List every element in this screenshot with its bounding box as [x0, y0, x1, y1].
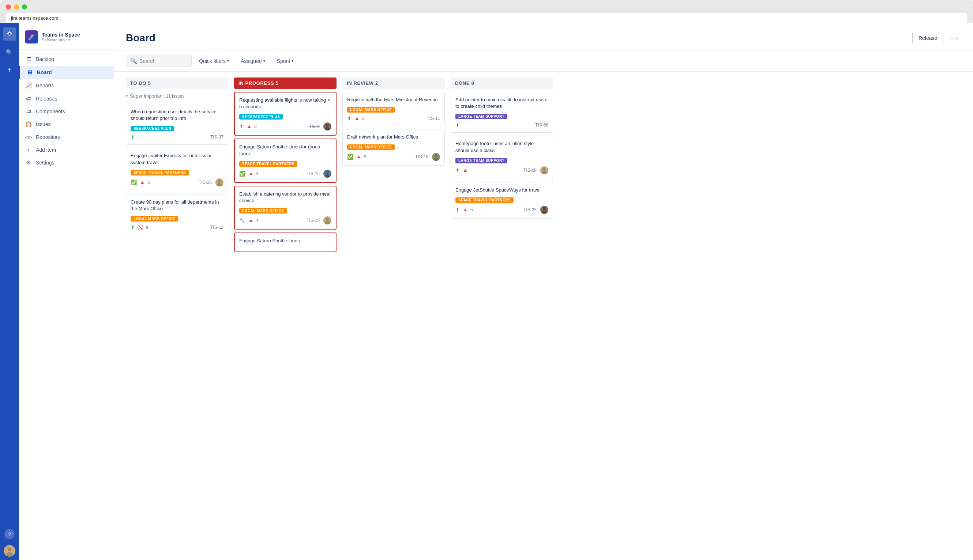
card-ir-2[interactable]: Draft network plan for Mars Office LOCAL…	[343, 129, 445, 166]
card-title: Establish a catering vendor to provide m…	[239, 191, 331, 204]
card-tag: SPACE TRAVEL PARTNERS	[130, 170, 189, 175]
upgrade-icon: ⬆	[455, 207, 460, 213]
svg-point-7	[326, 124, 329, 127]
card-footer: ✅ 🔺 3 TIS-15	[347, 153, 440, 161]
more-options-button[interactable]: ···	[947, 33, 961, 44]
card-footer: ⬆ 🔺 5 TIS-23	[455, 206, 548, 214]
quick-filters-button[interactable]: Quick filters ▾	[195, 56, 233, 66]
repository-icon: </>	[25, 135, 32, 140]
assignee-filter-button[interactable]: Assignee ▾	[236, 56, 269, 66]
sidebar-item-backlog[interactable]: ☰ Backlog	[19, 53, 114, 66]
column-header-in-progress: IN PROGRESS 5	[234, 77, 336, 89]
card-done-3[interactable]: Engage JetShuttle SpaceWays for travel S…	[451, 182, 553, 218]
group-label: Super important	[130, 93, 164, 99]
card-ir-1[interactable]: Register with the Mars Ministry of Reven…	[343, 92, 445, 126]
address-bar[interactable]: jira.teamsinspace.com	[6, 13, 967, 23]
card-id: TIS-11	[427, 116, 440, 121]
svg-point-13	[326, 218, 329, 221]
card-ip-3[interactable]: Establish a catering vendor to provide m…	[234, 186, 336, 230]
card-todo-3[interactable]: Create 90 day plans for all departments …	[126, 194, 228, 235]
group-chevron-icon: ▾	[126, 94, 128, 98]
story-points: 3	[362, 116, 365, 121]
card-tag: SPACE TRAVEL PARTNERS	[455, 197, 513, 203]
column-done: DONE 8 Add pointer to main css file to i…	[451, 77, 553, 555]
story-points: 9	[145, 225, 148, 230]
card-tag: SEESPACEEZ PLUS	[239, 114, 283, 120]
close-button[interactable]	[6, 4, 11, 10]
card-title: Homepage footer uses an inline style - s…	[455, 140, 548, 153]
sidebar-item-label: Repository	[36, 134, 60, 140]
card-footer: ⬆ 🔺 TIS-68	[455, 166, 548, 174]
upgrade-icon: ⬆	[347, 115, 351, 122]
user-avatar[interactable]	[4, 545, 15, 557]
help-icon[interactable]: ?	[4, 529, 15, 539]
sidebar-item-releases[interactable]: 🏷 Releases	[19, 92, 114, 105]
card-title: When requesting user details the service…	[130, 108, 224, 122]
upgrade-icon: ⬆	[455, 122, 460, 128]
assignee-label: Assignee	[241, 58, 262, 64]
sidebar-item-add-item[interactable]: + Add item	[19, 143, 114, 156]
filter-bar: 🔍 Quick filters ▾ Assignee ▾ Sprint ▾	[114, 50, 973, 72]
wrench-icon: 🔧	[239, 217, 246, 223]
card-done-1[interactable]: Add pointer to main css file to instruct…	[451, 92, 553, 133]
group-header[interactable]: ▾ Super important 11 issues	[126, 92, 228, 100]
card-ip-4[interactable]: Engage Saturn Shuttle Lines	[234, 232, 336, 252]
card-done-2[interactable]: Homepage footer uses an inline style - s…	[451, 136, 553, 179]
sidebar-item-components[interactable]: 🗂 Components	[19, 105, 114, 118]
card-todo-1[interactable]: When requesting user details the service…	[126, 104, 228, 145]
sidebar-item-repository[interactable]: </> Repository	[19, 131, 114, 143]
browser-traffic-lights	[6, 4, 967, 10]
column-header-done: DONE 8	[451, 77, 553, 89]
card-todo-2[interactable]: Engage Jupiter Express for outer solar s…	[126, 148, 228, 191]
card-ip-1[interactable]: Requesting available flights is now taki…	[234, 92, 336, 136]
priority-icon: 🔺	[356, 154, 362, 160]
jira-logo[interactable]	[3, 27, 16, 40]
project-avatar: 🚀	[25, 30, 38, 43]
releases-icon: 🏷	[25, 95, 32, 102]
sidebar-item-board[interactable]: ⊞ Board	[19, 66, 114, 79]
card-title: Register with the Mars Ministry of Reven…	[347, 97, 440, 103]
chevron-down-icon: ▾	[291, 59, 293, 63]
sidebar-item-settings[interactable]: ⚙ Settings	[19, 156, 114, 169]
column-label-todo: TO DO 5	[130, 80, 151, 86]
upgrade-icon: ⬆	[455, 167, 460, 173]
sidebar-item-reports[interactable]: 📈 Reports	[19, 79, 114, 92]
card-footer: ✅ 🔺 4 TIS-15	[239, 170, 331, 178]
column-todo: TO DO 5 ▾ Super important 11 issues When…	[126, 77, 228, 555]
main-content: Board Release ··· 🔍 Quick filters ▾ Assi…	[114, 23, 973, 560]
priority-icon: 🔺	[139, 180, 145, 185]
chevron-down-icon: ▾	[227, 59, 229, 63]
avatar	[323, 217, 331, 225]
sidebar-item-issues[interactable]: 📋 Issues	[19, 118, 114, 131]
maximize-button[interactable]	[22, 4, 27, 10]
column-label-in-progress: IN PROGRESS 5	[239, 80, 279, 86]
board-area: TO DO 5 ▾ Super important 11 issues When…	[114, 72, 973, 560]
card-tag: LOCAL MARS OFFICE	[239, 208, 287, 213]
story-points: 5	[147, 180, 150, 185]
release-button[interactable]: Release	[912, 32, 943, 44]
card-ip-2[interactable]: Engage Saturn Shuttle Lines for group to…	[234, 138, 336, 182]
priority-icon: 🔺	[462, 207, 468, 213]
card-title: Create 90 day plans for all departments …	[130, 199, 224, 212]
card-id: TIS-12	[210, 225, 224, 230]
sprint-filter-button[interactable]: Sprint ▾	[273, 56, 298, 66]
sidebar-item-label: Board	[37, 70, 52, 75]
card-title: Engage Saturn Shuttle Lines	[239, 238, 331, 244]
card-tag: LOCAL MARS OFFICE	[347, 107, 395, 113]
search-nav-icon[interactable]: 🔍	[4, 47, 15, 58]
search-box[interactable]: 🔍	[126, 55, 192, 67]
svg-point-1	[8, 548, 11, 551]
card-footer: 🔧 🔺 4 TIS-15	[239, 217, 331, 225]
minimize-button[interactable]	[14, 4, 19, 10]
story-points: 5	[470, 207, 473, 212]
components-icon: 🗂	[25, 108, 32, 114]
sidebar-item-label: Issues	[36, 122, 50, 127]
upgrade-icon: ⬆	[130, 134, 135, 140]
svg-point-16	[435, 154, 438, 157]
search-input[interactable]	[139, 58, 188, 64]
board-header: Board Release ···	[114, 23, 973, 50]
sprint-label: Sprint	[277, 58, 291, 64]
card-id: TIS-15	[306, 218, 320, 223]
priority-icon: 🔺	[462, 167, 468, 173]
create-nav-icon[interactable]: +	[4, 64, 15, 76]
